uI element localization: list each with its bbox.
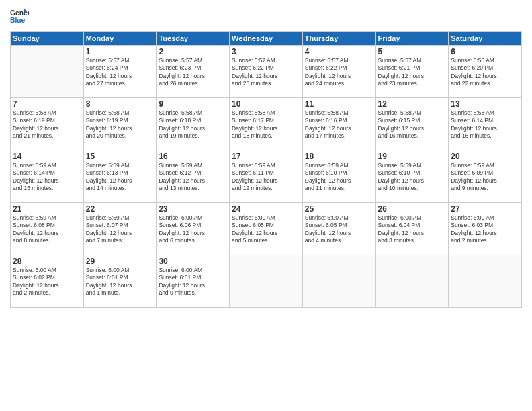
- calendar-cell: 18Sunrise: 5:59 AM Sunset: 6:10 PM Dayli…: [302, 150, 375, 203]
- cell-info: Sunrise: 6:00 AM Sunset: 6:01 PM Dayligh…: [86, 267, 154, 298]
- cell-info: Sunrise: 6:00 AM Sunset: 6:01 PM Dayligh…: [159, 267, 227, 298]
- day-number: 25: [305, 204, 373, 214]
- calendar-cell: 22Sunrise: 5:59 AM Sunset: 6:07 PM Dayli…: [83, 203, 157, 255]
- day-number: 27: [451, 204, 519, 214]
- svg-text:Blue: Blue: [10, 17, 26, 24]
- day-number: 23: [159, 204, 227, 214]
- weekday-header: Sunday: [11, 32, 84, 46]
- cell-info: Sunrise: 5:59 AM Sunset: 6:10 PM Dayligh…: [378, 162, 447, 193]
- cell-info: Sunrise: 5:59 AM Sunset: 6:10 PM Dayligh…: [305, 162, 373, 193]
- day-number: 16: [159, 152, 227, 161]
- day-number: 8: [86, 99, 154, 109]
- calendar-week-row: 28Sunrise: 6:00 AM Sunset: 6:02 PM Dayli…: [11, 255, 522, 308]
- calendar-cell: 2Sunrise: 5:57 AM Sunset: 6:23 PM Daylig…: [157, 46, 230, 98]
- calendar-cell: 1Sunrise: 5:57 AM Sunset: 6:24 PM Daylig…: [83, 46, 157, 98]
- calendar-cell: 28Sunrise: 6:00 AM Sunset: 6:02 PM Dayli…: [11, 255, 84, 308]
- cell-info: Sunrise: 5:57 AM Sunset: 6:24 PM Dayligh…: [86, 57, 154, 88]
- day-number: 29: [86, 257, 154, 266]
- calendar-cell: [302, 255, 375, 308]
- cell-info: Sunrise: 5:57 AM Sunset: 6:22 PM Dayligh…: [305, 57, 373, 88]
- day-number: 18: [305, 152, 373, 161]
- cell-info: Sunrise: 5:58 AM Sunset: 6:20 PM Dayligh…: [451, 57, 519, 88]
- cell-info: Sunrise: 5:58 AM Sunset: 6:14 PM Dayligh…: [451, 109, 519, 140]
- weekday-header: Wednesday: [230, 32, 303, 46]
- day-number: 1: [86, 47, 154, 56]
- weekday-header: Saturday: [449, 32, 522, 46]
- cell-info: Sunrise: 5:59 AM Sunset: 6:07 PM Dayligh…: [86, 214, 154, 245]
- svg-text:General: General: [10, 9, 29, 17]
- calendar-cell: 23Sunrise: 6:00 AM Sunset: 6:06 PM Dayli…: [157, 203, 230, 255]
- calendar-cell: 24Sunrise: 6:00 AM Sunset: 6:05 PM Dayli…: [230, 203, 303, 255]
- cell-info: Sunrise: 5:58 AM Sunset: 6:19 PM Dayligh…: [86, 109, 154, 140]
- day-number: 28: [13, 257, 81, 266]
- day-number: 5: [378, 47, 447, 56]
- day-number: 9: [159, 99, 227, 109]
- calendar-cell: 9Sunrise: 5:58 AM Sunset: 6:18 PM Daylig…: [157, 98, 230, 150]
- calendar-cell: 4Sunrise: 5:57 AM Sunset: 6:22 PM Daylig…: [302, 46, 375, 98]
- day-number: 22: [86, 204, 154, 214]
- cell-info: Sunrise: 5:57 AM Sunset: 6:22 PM Dayligh…: [232, 57, 300, 88]
- day-number: 13: [451, 99, 519, 109]
- cell-info: Sunrise: 5:58 AM Sunset: 6:17 PM Dayligh…: [232, 109, 300, 140]
- calendar-cell: 5Sunrise: 5:57 AM Sunset: 6:21 PM Daylig…: [375, 46, 449, 98]
- header: General Blue: [10, 7, 522, 26]
- calendar-week-row: 14Sunrise: 5:59 AM Sunset: 6:14 PM Dayli…: [11, 150, 522, 203]
- calendar-cell: 17Sunrise: 5:59 AM Sunset: 6:11 PM Dayli…: [230, 150, 303, 203]
- calendar-cell: [375, 255, 449, 308]
- weekday-header: Friday: [375, 32, 449, 46]
- day-number: 11: [305, 99, 373, 109]
- weekday-header: Tuesday: [157, 32, 230, 46]
- day-number: 2: [159, 47, 227, 56]
- calendar-cell: 19Sunrise: 5:59 AM Sunset: 6:10 PM Dayli…: [375, 150, 449, 203]
- day-number: 12: [378, 99, 447, 109]
- calendar-cell: 27Sunrise: 6:00 AM Sunset: 6:03 PM Dayli…: [449, 203, 522, 255]
- calendar: SundayMondayTuesdayWednesdayThursdayFrid…: [10, 31, 522, 308]
- calendar-cell: 21Sunrise: 5:59 AM Sunset: 6:08 PM Dayli…: [11, 203, 84, 255]
- cell-info: Sunrise: 6:00 AM Sunset: 6:02 PM Dayligh…: [13, 267, 81, 298]
- calendar-cell: 3Sunrise: 5:57 AM Sunset: 6:22 PM Daylig…: [230, 46, 303, 98]
- calendar-cell: 8Sunrise: 5:58 AM Sunset: 6:19 PM Daylig…: [83, 98, 157, 150]
- logo-icon: General Blue: [10, 7, 29, 26]
- cell-info: Sunrise: 5:59 AM Sunset: 6:14 PM Dayligh…: [13, 162, 81, 193]
- day-number: 26: [378, 204, 447, 214]
- day-number: 24: [232, 204, 300, 214]
- day-number: 20: [451, 152, 519, 161]
- cell-info: Sunrise: 5:59 AM Sunset: 6:13 PM Dayligh…: [86, 162, 154, 193]
- calendar-week-row: 1Sunrise: 5:57 AM Sunset: 6:24 PM Daylig…: [11, 46, 522, 98]
- cell-info: Sunrise: 6:00 AM Sunset: 6:06 PM Dayligh…: [159, 214, 227, 245]
- cell-info: Sunrise: 5:58 AM Sunset: 6:16 PM Dayligh…: [305, 109, 373, 140]
- calendar-header-row: SundayMondayTuesdayWednesdayThursdayFrid…: [11, 32, 522, 46]
- calendar-cell: 14Sunrise: 5:59 AM Sunset: 6:14 PM Dayli…: [11, 150, 84, 203]
- day-number: 7: [13, 99, 81, 109]
- cell-info: Sunrise: 6:00 AM Sunset: 6:03 PM Dayligh…: [451, 214, 519, 245]
- cell-info: Sunrise: 5:59 AM Sunset: 6:12 PM Dayligh…: [159, 162, 227, 193]
- calendar-cell: 30Sunrise: 6:00 AM Sunset: 6:01 PM Dayli…: [157, 255, 230, 308]
- calendar-cell: 6Sunrise: 5:58 AM Sunset: 6:20 PM Daylig…: [449, 46, 522, 98]
- calendar-cell: 16Sunrise: 5:59 AM Sunset: 6:12 PM Dayli…: [157, 150, 230, 203]
- day-number: 3: [232, 47, 300, 56]
- calendar-cell: 26Sunrise: 6:00 AM Sunset: 6:04 PM Dayli…: [375, 203, 449, 255]
- calendar-cell: 11Sunrise: 5:58 AM Sunset: 6:16 PM Dayli…: [302, 98, 375, 150]
- calendar-cell: 15Sunrise: 5:59 AM Sunset: 6:13 PM Dayli…: [83, 150, 157, 203]
- cell-info: Sunrise: 5:58 AM Sunset: 6:19 PM Dayligh…: [13, 109, 81, 140]
- weekday-header: Thursday: [302, 32, 375, 46]
- cell-info: Sunrise: 6:00 AM Sunset: 6:05 PM Dayligh…: [232, 214, 300, 245]
- calendar-cell: 20Sunrise: 5:59 AM Sunset: 6:09 PM Dayli…: [449, 150, 522, 203]
- cell-info: Sunrise: 5:57 AM Sunset: 6:21 PM Dayligh…: [378, 57, 447, 88]
- calendar-cell: [449, 255, 522, 308]
- day-number: 21: [13, 204, 81, 214]
- day-number: 10: [232, 99, 300, 109]
- cell-info: Sunrise: 5:59 AM Sunset: 6:08 PM Dayligh…: [13, 214, 81, 245]
- calendar-cell: 12Sunrise: 5:58 AM Sunset: 6:15 PM Dayli…: [375, 98, 449, 150]
- calendar-cell: [11, 46, 84, 98]
- cell-info: Sunrise: 5:58 AM Sunset: 6:18 PM Dayligh…: [159, 109, 227, 140]
- cell-info: Sunrise: 5:58 AM Sunset: 6:15 PM Dayligh…: [378, 109, 447, 140]
- calendar-cell: 7Sunrise: 5:58 AM Sunset: 6:19 PM Daylig…: [11, 98, 84, 150]
- day-number: 17: [232, 152, 300, 161]
- logo: General Blue: [10, 7, 32, 26]
- day-number: 14: [13, 152, 81, 161]
- cell-info: Sunrise: 5:59 AM Sunset: 6:11 PM Dayligh…: [232, 162, 300, 193]
- day-number: 6: [451, 47, 519, 56]
- calendar-cell: 25Sunrise: 6:00 AM Sunset: 6:05 PM Dayli…: [302, 203, 375, 255]
- calendar-week-row: 7Sunrise: 5:58 AM Sunset: 6:19 PM Daylig…: [11, 98, 522, 150]
